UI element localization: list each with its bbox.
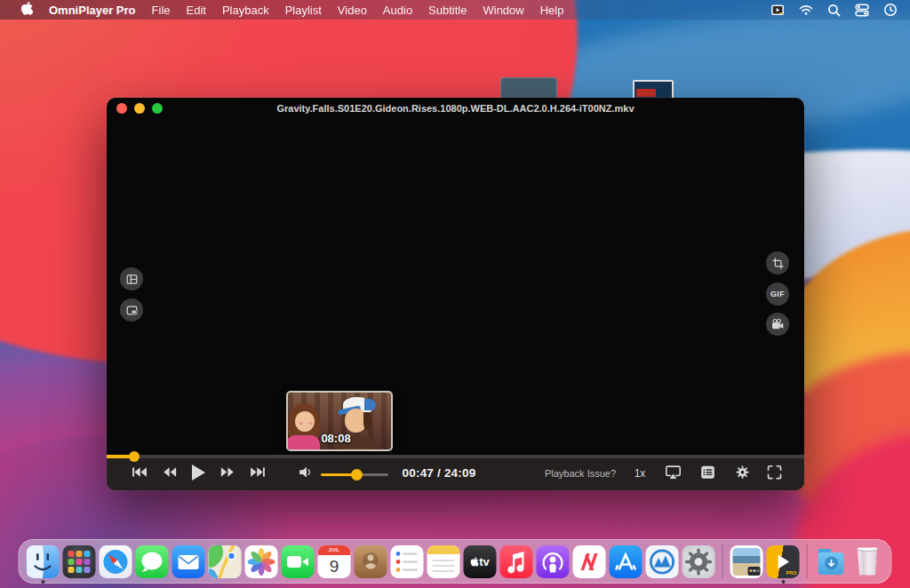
next-button[interactable] [250,465,266,483]
volume-slider-thumb[interactable] [351,469,363,481]
launchpad-icon [63,545,96,578]
dock-reminders[interactable] [391,545,424,578]
settings-gear-icon [735,465,750,480]
screen-capture-menu-icon[interactable] [770,3,785,17]
playback-speed-button[interactable]: 1x [629,455,651,490]
airplay-icon [665,465,682,480]
screen-record-button[interactable] [766,313,789,336]
fullscreen-button[interactable] [767,465,782,483]
dock-maps[interactable] [209,545,242,578]
dock-contacts[interactable] [355,545,387,578]
clock-icon[interactable] [883,3,898,17]
dock-app-store[interactable] [610,545,643,578]
menu-bar: OmniPlayer Pro File Edit Playback Playli… [0,0,910,20]
dock-mail[interactable] [172,545,205,578]
rewind-icon [162,465,178,480]
menu-subtitle[interactable]: Subtitle [428,4,467,17]
menu-video[interactable]: Video [338,4,367,17]
menu-app-name[interactable]: OmniPlayer Pro [49,4,136,17]
menu-file[interactable]: File [152,4,171,17]
snapshot-button[interactable] [766,251,789,274]
menu-playback[interactable]: Playback [222,4,269,17]
menu-help[interactable]: Help [540,4,564,17]
dock-photos[interactable] [245,545,278,578]
calendar-month-label: JUL [318,545,351,555]
previous-button[interactable] [132,465,148,483]
seek-bar-thumb[interactable] [129,451,140,462]
dock-podcasts[interactable] [537,545,570,578]
fullscreen-icon [767,465,782,480]
dock-messages[interactable] [136,545,169,578]
picture-in-picture-icon [125,304,139,317]
photo-viewer-panel [748,567,761,576]
menu-audio[interactable]: Audio [383,4,412,17]
thumbnail-character2-hair [363,412,371,430]
window-titlebar[interactable]: Gravity.Falls.S01E20.Gideon.Rises.1080p.… [107,98,804,119]
thumbnail-timestamp: 08:08 [288,432,384,445]
rewind-button[interactable] [162,465,178,483]
gif-label: GIF [770,290,785,298]
split-screen-button[interactable] [120,267,143,290]
dock-music[interactable] [500,545,533,578]
mail-icon [172,545,205,578]
thumbnail-character2-cap-side [364,399,376,410]
split-screen-icon [125,273,139,286]
dock-notes[interactable] [427,545,460,578]
seek-preview-thumbnail: 08:08 [286,391,393,451]
dock-calendar[interactable]: JUL 9 [318,545,351,578]
dock-divider [722,544,723,578]
app-store-icon [610,545,643,578]
omniplayer-icon: PRO [767,545,800,578]
dock-downloads-folder[interactable] [815,545,848,578]
dock-launchpad[interactable] [63,545,96,578]
picture-in-picture-button[interactable] [120,298,143,322]
video-camera-icon [770,318,785,331]
menu-playlist[interactable]: Playlist [285,4,322,17]
calendar-day-label: 9 [318,555,351,578]
control-center-icon[interactable] [855,4,869,17]
window-title: Gravity.Falls.S01E20.Gideon.Rises.1080p.… [107,98,804,119]
airplay-button[interactable] [665,465,682,483]
previous-icon [132,465,148,480]
snapshot-crop-icon [771,257,785,270]
apple-menu-icon[interactable] [21,2,33,18]
gif-capture-button[interactable]: GIF [766,282,789,306]
dock-finder[interactable] [27,545,60,578]
notes-icon-band [427,545,460,554]
settings-button[interactable] [735,465,750,483]
playlist-button[interactable] [700,465,715,483]
dock-trash[interactable] [851,545,884,578]
volume-button[interactable] [299,465,314,483]
dock-news[interactable] [573,545,606,578]
thumbnail-character-face [295,411,315,432]
desktop: OmniPlayer Pro File Edit Playback Playli… [0,0,910,588]
next-icon [250,465,266,480]
menu-window[interactable]: Window [483,4,523,17]
playback-issue-link[interactable]: Playback Issue? [531,455,629,490]
music-icon [500,545,533,578]
dock-apple-tv[interactable]: tv [464,545,497,578]
podcasts-icon [537,545,570,578]
dock-facetime[interactable] [282,545,315,578]
volume-slider[interactable] [321,473,388,476]
safari-icon [100,545,132,578]
search-icon[interactable] [827,4,841,17]
contacts-icon [355,545,387,578]
download-arrow-icon [827,560,835,568]
dock-photo-viewer-app[interactable] [730,545,763,578]
dock-divider [807,544,808,578]
fast-forward-button[interactable] [220,465,235,483]
wifi-icon[interactable] [799,4,813,16]
dock-mountain-peaks-app[interactable] [646,545,679,578]
volume-icon [299,465,314,480]
control-bar: 00:47 / 24:09 Playback Issue? 1x [107,455,804,490]
notes-icon-line [433,570,455,572]
time-display: 00:47 / 24:09 [395,455,483,490]
apple-tv-label: tv [479,555,490,568]
dock-omniplayer-pro[interactable]: PRO [767,545,800,578]
play-button[interactable] [190,464,206,485]
dock-safari[interactable] [100,545,132,578]
menu-edit[interactable]: Edit [187,4,206,17]
playlist-icon [700,465,715,480]
dock-system-preferences[interactable] [682,545,715,578]
